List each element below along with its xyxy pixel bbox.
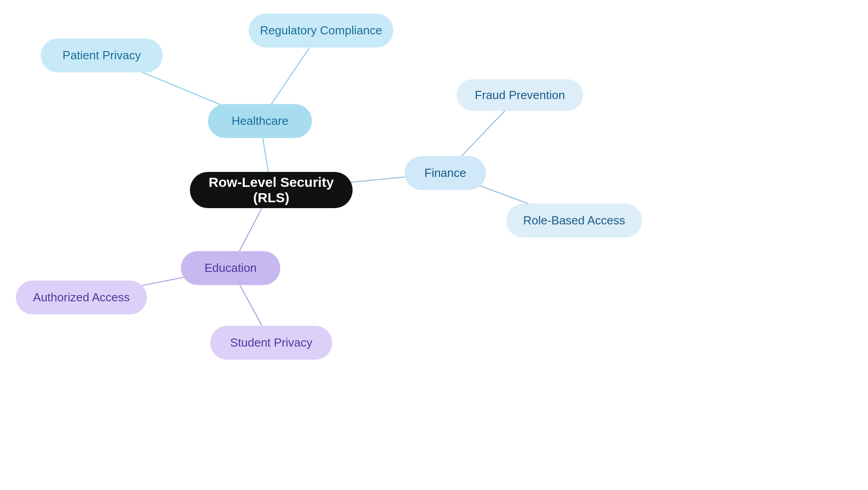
authorized-access-node[interactable]: Authorized Access	[16, 281, 147, 314]
role-based-access-label: Role-Based Access	[523, 214, 625, 228]
finance-label: Finance	[425, 166, 467, 180]
center-node[interactable]: Row-Level Security (RLS)	[190, 172, 353, 208]
finance-node[interactable]: Finance	[405, 156, 486, 190]
student-privacy-node[interactable]: Student Privacy	[210, 326, 332, 360]
center-node-label: Row-Level Security (RLS)	[208, 175, 335, 205]
fraud-prevention-label: Fraud Prevention	[475, 88, 565, 102]
patient-privacy-node[interactable]: Patient Privacy	[41, 38, 163, 72]
student-privacy-label: Student Privacy	[230, 336, 312, 350]
regulatory-compliance-label: Regulatory Compliance	[260, 24, 382, 38]
healthcare-label: Healthcare	[231, 114, 288, 128]
fraud-prevention-node[interactable]: Fraud Prevention	[457, 79, 583, 111]
healthcare-node[interactable]: Healthcare	[208, 104, 312, 138]
education-node[interactable]: Education	[181, 251, 280, 285]
regulatory-compliance-node[interactable]: Regulatory Compliance	[249, 14, 393, 48]
authorized-access-label: Authorized Access	[33, 290, 130, 304]
education-label: Education	[204, 261, 257, 275]
patient-privacy-label: Patient Privacy	[62, 48, 141, 62]
role-based-access-node[interactable]: Role-Based Access	[506, 204, 642, 238]
